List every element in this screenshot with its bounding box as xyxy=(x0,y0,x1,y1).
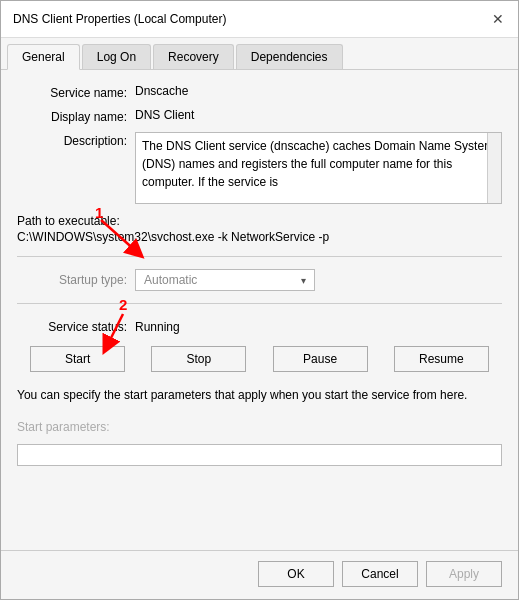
service-name-row: Service name: Dnscache xyxy=(17,84,502,100)
startup-type-combo[interactable]: Automatic ▾ xyxy=(135,269,315,291)
main-window: DNS Client Properties (Local Computer) ✕… xyxy=(0,0,519,600)
tab-dependencies[interactable]: Dependencies xyxy=(236,44,343,69)
description-box: The DNS Client service (dnscache) caches… xyxy=(135,132,502,204)
service-status-area: 2 Service status: Running xyxy=(17,316,502,334)
service-status-row: Service status: Running xyxy=(17,320,502,334)
service-status-value: Running xyxy=(135,320,180,334)
window-title: DNS Client Properties (Local Computer) xyxy=(13,12,226,26)
service-name-value: Dnscache xyxy=(135,84,502,98)
tab-content: Service name: Dnscache Display name: DNS… xyxy=(1,70,518,550)
separator-1 xyxy=(17,256,502,257)
ok-button[interactable]: OK xyxy=(258,561,334,587)
cancel-button[interactable]: Cancel xyxy=(342,561,418,587)
svg-text:2: 2 xyxy=(119,296,127,313)
tab-recovery[interactable]: Recovery xyxy=(153,44,234,69)
pause-button[interactable]: Pause xyxy=(273,346,368,372)
tab-bar: General Log On Recovery Dependencies xyxy=(1,38,518,70)
apply-button[interactable]: Apply xyxy=(426,561,502,587)
description-label: Description: xyxy=(17,132,127,148)
start-params-input[interactable] xyxy=(17,444,502,466)
description-row: Description: The DNS Client service (dns… xyxy=(17,132,502,204)
display-name-value: DNS Client xyxy=(135,108,502,122)
tab-general[interactable]: General xyxy=(7,44,80,70)
info-text: You can specify the start parameters tha… xyxy=(17,386,502,404)
startup-type-value: Automatic xyxy=(144,273,197,287)
separator-2 xyxy=(17,303,502,304)
service-name-label: Service name: xyxy=(17,84,127,100)
description-scrollbar[interactable] xyxy=(487,133,501,203)
combo-arrow-icon: ▾ xyxy=(301,275,306,286)
footer: OK Cancel Apply xyxy=(1,550,518,599)
stop-button[interactable]: Stop xyxy=(151,346,246,372)
startup-type-label: Startup type: xyxy=(17,273,127,287)
tab-logon[interactable]: Log On xyxy=(82,44,151,69)
start-params-label: Start parameters: xyxy=(17,420,502,434)
path-label: Path to executable: xyxy=(17,214,502,228)
service-buttons-row: Start Stop Pause Resume xyxy=(17,346,502,372)
title-bar: DNS Client Properties (Local Computer) ✕ xyxy=(1,1,518,38)
resume-button[interactable]: Resume xyxy=(394,346,489,372)
path-value: C:\WINDOWS\system32\svchost.exe -k Netwo… xyxy=(17,230,502,244)
service-status-label: Service status: xyxy=(17,320,127,334)
close-button[interactable]: ✕ xyxy=(486,7,510,31)
start-button[interactable]: Start xyxy=(30,346,125,372)
display-name-row: Display name: DNS Client xyxy=(17,108,502,124)
startup-type-row: Startup type: Automatic ▾ xyxy=(17,269,502,291)
display-name-label: Display name: xyxy=(17,108,127,124)
description-text: The DNS Client service (dnscache) caches… xyxy=(142,139,494,189)
path-section: 1 Path to executable: C:\WINDOWS\system3… xyxy=(17,214,502,244)
